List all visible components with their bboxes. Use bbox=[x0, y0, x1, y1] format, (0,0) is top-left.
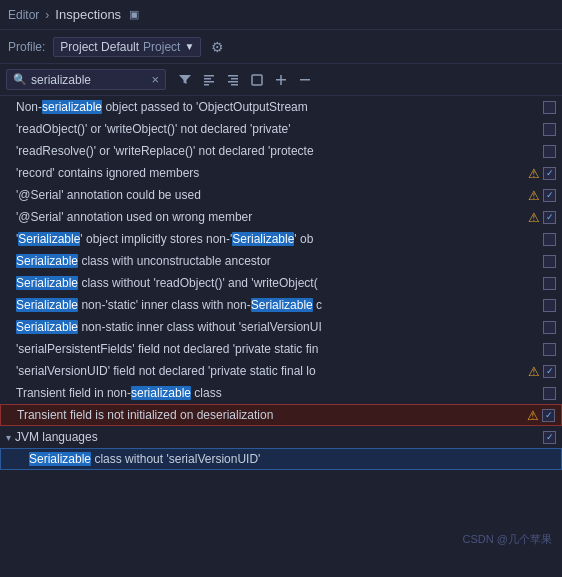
list-item[interactable]: 'serialVersionUID' field not declared 'p… bbox=[0, 360, 562, 382]
item-checkbox[interactable] bbox=[543, 321, 556, 334]
search-bar: 🔍 × bbox=[0, 64, 562, 96]
svg-rect-8 bbox=[252, 75, 262, 85]
item-icons: ⚠ bbox=[528, 364, 556, 379]
svg-rect-0 bbox=[204, 75, 214, 77]
list-item[interactable]: Serializable class without 'readObject()… bbox=[0, 272, 562, 294]
search-input-wrap[interactable]: 🔍 × bbox=[6, 69, 166, 90]
inspections-title: Inspections bbox=[55, 7, 121, 22]
collapse-button[interactable] bbox=[296, 71, 314, 89]
item-checkbox[interactable] bbox=[543, 233, 556, 246]
chevron-icon: ▾ bbox=[6, 432, 11, 443]
item-checkbox[interactable] bbox=[543, 189, 556, 202]
item-icons bbox=[543, 299, 556, 312]
item-checkbox[interactable] bbox=[542, 409, 555, 422]
svg-rect-3 bbox=[204, 84, 209, 86]
warning-icon: ⚠ bbox=[527, 408, 539, 423]
section-label: JVM languages bbox=[15, 430, 98, 444]
list-item[interactable]: Serializable non-static inner class with… bbox=[0, 316, 562, 338]
item-text: Serializable non-'static' inner class wi… bbox=[16, 298, 539, 312]
svg-rect-11 bbox=[300, 79, 310, 81]
item-checkbox[interactable] bbox=[543, 123, 556, 136]
svg-rect-6 bbox=[228, 81, 238, 83]
profile-label: Profile: bbox=[8, 40, 45, 54]
list-item[interactable]: '@Serial' annotation could be used⚠ bbox=[0, 184, 562, 206]
list-item[interactable]: 'record' contains ignored members⚠ bbox=[0, 162, 562, 184]
item-icons: ⚠ bbox=[527, 408, 555, 423]
item-text: Transient field in non-serializable clas… bbox=[16, 386, 539, 400]
item-checkbox[interactable] bbox=[543, 387, 556, 400]
expand-button[interactable] bbox=[272, 71, 290, 89]
align-bottom-button[interactable] bbox=[224, 71, 242, 89]
item-text: Serializable class without 'serialVersio… bbox=[29, 452, 551, 466]
clear-search-icon[interactable]: × bbox=[151, 72, 159, 87]
item-icons bbox=[543, 343, 556, 356]
list-item[interactable]: Serializable class without 'serialVersio… bbox=[0, 448, 562, 470]
item-text: 'serialVersionUID' field not declared 'p… bbox=[16, 364, 524, 378]
list-item[interactable]: Transient field is not initialized on de… bbox=[0, 404, 562, 426]
header-bar: Editor › Inspections ▣ bbox=[0, 0, 562, 30]
item-icons bbox=[543, 277, 556, 290]
breadcrumb-separator: › bbox=[45, 8, 49, 22]
align-top-button[interactable] bbox=[200, 71, 218, 89]
section-header-jvm[interactable]: ▾ JVM languages ✓ bbox=[0, 426, 562, 448]
item-icons bbox=[543, 233, 556, 246]
item-checkbox[interactable] bbox=[543, 167, 556, 180]
inspections-list[interactable]: Non-serializable object passed to 'Objec… bbox=[0, 96, 562, 577]
warning-icon: ⚠ bbox=[528, 364, 540, 379]
warning-icon: ⚠ bbox=[528, 166, 540, 181]
dropdown-arrow-icon: ▼ bbox=[184, 41, 194, 52]
item-text: 'serialPersistentFields' field not decla… bbox=[16, 342, 539, 356]
item-icons bbox=[543, 321, 556, 334]
item-checkbox[interactable] bbox=[543, 343, 556, 356]
svg-rect-5 bbox=[231, 78, 238, 80]
search-icon: 🔍 bbox=[13, 73, 27, 86]
item-icons bbox=[543, 255, 556, 268]
list-item[interactable]: Transient field in non-serializable clas… bbox=[0, 382, 562, 404]
item-checkbox[interactable] bbox=[543, 211, 556, 224]
settings-gear-button[interactable]: ⚙ bbox=[209, 37, 226, 57]
item-icons bbox=[543, 123, 556, 136]
item-icons: ⚠ bbox=[528, 166, 556, 181]
profile-bar: Profile: Project Default Project ▼ ⚙ bbox=[0, 30, 562, 64]
svg-rect-7 bbox=[231, 84, 238, 86]
item-text: 'Serializable' object implicitly stores … bbox=[16, 232, 539, 246]
item-text: Serializable class without 'readObject()… bbox=[16, 276, 539, 290]
item-icons bbox=[543, 145, 556, 158]
profile-type: Project bbox=[143, 40, 180, 54]
search-input[interactable] bbox=[31, 73, 145, 87]
profile-name: Project Default bbox=[60, 40, 139, 54]
item-checkbox[interactable] bbox=[543, 299, 556, 312]
item-checkbox[interactable] bbox=[543, 101, 556, 114]
list-item[interactable]: 'Serializable' object implicitly stores … bbox=[0, 228, 562, 250]
item-icons bbox=[543, 101, 556, 114]
list-item[interactable]: 'readResolve()' or 'writeReplace()' not … bbox=[0, 140, 562, 162]
item-icons: ⚠ bbox=[528, 188, 556, 203]
item-text: Non-serializable object passed to 'Objec… bbox=[16, 100, 539, 114]
editor-label: Editor bbox=[8, 8, 39, 22]
list-item[interactable]: Serializable class with unconstructable … bbox=[0, 250, 562, 272]
profile-dropdown[interactable]: Project Default Project ▼ bbox=[53, 37, 201, 57]
item-checkbox[interactable] bbox=[543, 365, 556, 378]
item-text: '@Serial' annotation could be used bbox=[16, 188, 524, 202]
tab-close-icon[interactable]: ▣ bbox=[129, 8, 139, 21]
item-text: 'record' contains ignored members bbox=[16, 166, 524, 180]
filter-button[interactable] bbox=[176, 71, 194, 89]
item-text: '@Serial' annotation used on wrong membe… bbox=[16, 210, 524, 224]
box-button[interactable] bbox=[248, 71, 266, 89]
item-checkbox[interactable] bbox=[543, 277, 556, 290]
item-checkbox[interactable] bbox=[543, 255, 556, 268]
item-text: Transient field is not initialized on de… bbox=[17, 408, 523, 422]
toolbar-icons bbox=[176, 71, 314, 89]
item-text: Serializable non-static inner class with… bbox=[16, 320, 539, 334]
list-item[interactable]: 'readObject()' or 'writeObject()' not de… bbox=[0, 118, 562, 140]
list-item[interactable]: 'serialPersistentFields' field not decla… bbox=[0, 338, 562, 360]
list-item[interactable]: Serializable non-'static' inner class wi… bbox=[0, 294, 562, 316]
warning-icon: ⚠ bbox=[528, 210, 540, 225]
list-item[interactable]: '@Serial' annotation used on wrong membe… bbox=[0, 206, 562, 228]
item-checkbox[interactable] bbox=[543, 145, 556, 158]
item-text: 'readObject()' or 'writeObject()' not de… bbox=[16, 122, 539, 136]
list-item[interactable]: Non-serializable object passed to 'Objec… bbox=[0, 96, 562, 118]
section-checkbox[interactable]: ✓ bbox=[543, 431, 556, 444]
svg-rect-2 bbox=[204, 81, 214, 83]
warning-icon: ⚠ bbox=[528, 188, 540, 203]
